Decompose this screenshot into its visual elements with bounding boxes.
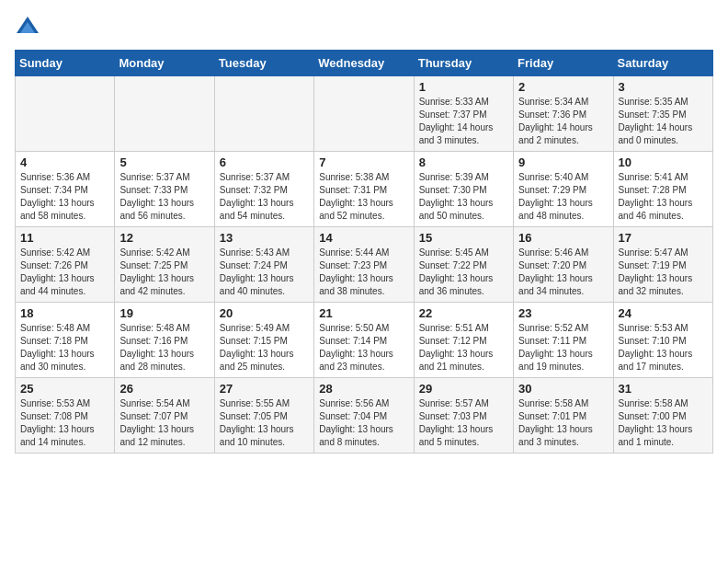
day-info: Sunrise: 5:53 AM Sunset: 7:10 PM Dayligh… xyxy=(619,322,708,373)
calendar-cell: 28Sunrise: 5:56 AM Sunset: 7:04 PM Dayli… xyxy=(314,378,414,454)
calendar-cell xyxy=(115,76,214,152)
day-info: Sunrise: 5:54 AM Sunset: 7:07 PM Dayligh… xyxy=(119,397,209,449)
calendar-cell: 5Sunrise: 5:37 AM Sunset: 7:33 PM Daylig… xyxy=(115,152,214,227)
calendar-cell: 20Sunrise: 5:49 AM Sunset: 7:15 PM Dayli… xyxy=(214,303,313,378)
calendar-cell: 1Sunrise: 5:33 AM Sunset: 7:37 PM Daylig… xyxy=(414,76,513,152)
header-day-tuesday: Tuesday xyxy=(214,51,313,76)
day-info: Sunrise: 5:44 AM Sunset: 7:23 PM Dayligh… xyxy=(319,247,408,298)
calendar-table: SundayMondayTuesdayWednesdayThursdayFrid… xyxy=(15,50,713,454)
calendar-cell: 6Sunrise: 5:37 AM Sunset: 7:32 PM Daylig… xyxy=(214,152,313,227)
calendar-cell: 29Sunrise: 5:57 AM Sunset: 7:03 PM Dayli… xyxy=(414,378,513,454)
calendar-cell: 2Sunrise: 5:34 AM Sunset: 7:36 PM Daylig… xyxy=(514,76,613,152)
day-number: 3 xyxy=(619,80,708,94)
calendar-cell: 26Sunrise: 5:54 AM Sunset: 7:07 PM Dayli… xyxy=(115,378,214,454)
day-info: Sunrise: 5:57 AM Sunset: 7:03 PM Dayligh… xyxy=(419,397,508,449)
day-info: Sunrise: 5:58 AM Sunset: 7:00 PM Dayligh… xyxy=(619,397,708,449)
calendar-cell: 22Sunrise: 5:51 AM Sunset: 7:12 PM Dayli… xyxy=(414,303,513,378)
calendar-cell xyxy=(314,76,414,152)
logo xyxy=(15,15,44,40)
day-number: 26 xyxy=(119,382,209,396)
week-row-3: 11Sunrise: 5:42 AM Sunset: 7:26 PM Dayli… xyxy=(16,227,713,303)
day-number: 8 xyxy=(419,155,508,169)
day-info: Sunrise: 5:47 AM Sunset: 7:19 PM Dayligh… xyxy=(619,247,708,298)
day-number: 18 xyxy=(20,306,109,320)
page-header xyxy=(15,15,713,40)
day-info: Sunrise: 5:38 AM Sunset: 7:31 PM Dayligh… xyxy=(319,171,408,223)
logo-icon xyxy=(15,15,40,40)
day-info: Sunrise: 5:46 AM Sunset: 7:20 PM Dayligh… xyxy=(518,247,608,298)
day-number: 9 xyxy=(518,155,608,169)
calendar-cell: 27Sunrise: 5:55 AM Sunset: 7:05 PM Dayli… xyxy=(214,378,313,454)
day-info: Sunrise: 5:37 AM Sunset: 7:32 PM Dayligh… xyxy=(220,171,309,223)
week-row-2: 4Sunrise: 5:36 AM Sunset: 7:34 PM Daylig… xyxy=(16,152,713,227)
day-info: Sunrise: 5:34 AM Sunset: 7:36 PM Dayligh… xyxy=(518,96,608,147)
day-info: Sunrise: 5:37 AM Sunset: 7:33 PM Dayligh… xyxy=(119,171,209,223)
day-info: Sunrise: 5:35 AM Sunset: 7:35 PM Dayligh… xyxy=(619,96,708,147)
day-number: 29 xyxy=(419,382,508,396)
calendar-cell: 30Sunrise: 5:58 AM Sunset: 7:01 PM Dayli… xyxy=(514,378,613,454)
day-number: 12 xyxy=(119,231,209,245)
day-info: Sunrise: 5:33 AM Sunset: 7:37 PM Dayligh… xyxy=(419,96,508,147)
calendar-header: SundayMondayTuesdayWednesdayThursdayFrid… xyxy=(16,51,713,76)
week-row-5: 25Sunrise: 5:53 AM Sunset: 7:08 PM Dayli… xyxy=(16,378,713,454)
day-info: Sunrise: 5:53 AM Sunset: 7:08 PM Dayligh… xyxy=(20,397,109,449)
week-row-1: 1Sunrise: 5:33 AM Sunset: 7:37 PM Daylig… xyxy=(16,76,713,152)
day-number: 23 xyxy=(518,306,608,320)
day-info: Sunrise: 5:55 AM Sunset: 7:05 PM Dayligh… xyxy=(220,397,309,449)
day-number: 20 xyxy=(220,306,309,320)
day-info: Sunrise: 5:36 AM Sunset: 7:34 PM Dayligh… xyxy=(20,171,109,223)
day-number: 25 xyxy=(20,382,109,396)
day-info: Sunrise: 5:48 AM Sunset: 7:18 PM Dayligh… xyxy=(20,322,109,373)
calendar-cell: 11Sunrise: 5:42 AM Sunset: 7:26 PM Dayli… xyxy=(16,227,115,303)
day-number: 2 xyxy=(518,80,608,94)
calendar-cell: 13Sunrise: 5:43 AM Sunset: 7:24 PM Dayli… xyxy=(214,227,313,303)
header-day-friday: Friday xyxy=(514,51,613,76)
calendar-cell: 14Sunrise: 5:44 AM Sunset: 7:23 PM Dayli… xyxy=(314,227,414,303)
day-number: 1 xyxy=(419,80,508,94)
day-number: 10 xyxy=(619,155,708,169)
day-info: Sunrise: 5:58 AM Sunset: 7:01 PM Dayligh… xyxy=(518,397,608,449)
calendar-cell: 16Sunrise: 5:46 AM Sunset: 7:20 PM Dayli… xyxy=(514,227,613,303)
calendar-cell: 9Sunrise: 5:40 AM Sunset: 7:29 PM Daylig… xyxy=(514,152,613,227)
calendar-cell: 18Sunrise: 5:48 AM Sunset: 7:18 PM Dayli… xyxy=(16,303,115,378)
day-number: 5 xyxy=(119,155,209,169)
day-number: 11 xyxy=(20,231,109,245)
day-info: Sunrise: 5:39 AM Sunset: 7:30 PM Dayligh… xyxy=(419,171,508,223)
day-info: Sunrise: 5:52 AM Sunset: 7:11 PM Dayligh… xyxy=(518,322,608,373)
header-day-thursday: Thursday xyxy=(414,51,513,76)
day-info: Sunrise: 5:43 AM Sunset: 7:24 PM Dayligh… xyxy=(220,247,309,298)
header-day-saturday: Saturday xyxy=(613,51,712,76)
day-info: Sunrise: 5:42 AM Sunset: 7:26 PM Dayligh… xyxy=(20,247,109,298)
day-info: Sunrise: 5:41 AM Sunset: 7:28 PM Dayligh… xyxy=(619,171,708,223)
day-number: 21 xyxy=(319,306,408,320)
calendar-cell xyxy=(16,76,115,152)
day-info: Sunrise: 5:45 AM Sunset: 7:22 PM Dayligh… xyxy=(419,247,508,298)
day-number: 6 xyxy=(220,155,309,169)
week-row-4: 18Sunrise: 5:48 AM Sunset: 7:18 PM Dayli… xyxy=(16,303,713,378)
calendar-cell: 31Sunrise: 5:58 AM Sunset: 7:00 PM Dayli… xyxy=(613,378,712,454)
calendar-cell: 21Sunrise: 5:50 AM Sunset: 7:14 PM Dayli… xyxy=(314,303,414,378)
calendar-cell: 7Sunrise: 5:38 AM Sunset: 7:31 PM Daylig… xyxy=(314,152,414,227)
calendar-cell xyxy=(214,76,313,152)
day-number: 7 xyxy=(319,155,408,169)
day-number: 22 xyxy=(419,306,508,320)
calendar-cell: 25Sunrise: 5:53 AM Sunset: 7:08 PM Dayli… xyxy=(16,378,115,454)
calendar-cell: 24Sunrise: 5:53 AM Sunset: 7:10 PM Dayli… xyxy=(613,303,712,378)
calendar-cell: 12Sunrise: 5:42 AM Sunset: 7:25 PM Dayli… xyxy=(115,227,214,303)
day-info: Sunrise: 5:50 AM Sunset: 7:14 PM Dayligh… xyxy=(319,322,408,373)
day-number: 24 xyxy=(619,306,708,320)
day-number: 19 xyxy=(119,306,209,320)
day-number: 30 xyxy=(518,382,608,396)
calendar-cell: 15Sunrise: 5:45 AM Sunset: 7:22 PM Dayli… xyxy=(414,227,513,303)
day-info: Sunrise: 5:56 AM Sunset: 7:04 PM Dayligh… xyxy=(319,397,408,449)
calendar-cell: 4Sunrise: 5:36 AM Sunset: 7:34 PM Daylig… xyxy=(16,152,115,227)
day-info: Sunrise: 5:49 AM Sunset: 7:15 PM Dayligh… xyxy=(220,322,309,373)
day-info: Sunrise: 5:51 AM Sunset: 7:12 PM Dayligh… xyxy=(419,322,508,373)
day-number: 13 xyxy=(220,231,309,245)
day-number: 4 xyxy=(20,155,109,169)
calendar-cell: 10Sunrise: 5:41 AM Sunset: 7:28 PM Dayli… xyxy=(613,152,712,227)
header-row: SundayMondayTuesdayWednesdayThursdayFrid… xyxy=(16,51,713,76)
day-number: 31 xyxy=(619,382,708,396)
header-day-monday: Monday xyxy=(115,51,214,76)
day-number: 17 xyxy=(619,231,708,245)
